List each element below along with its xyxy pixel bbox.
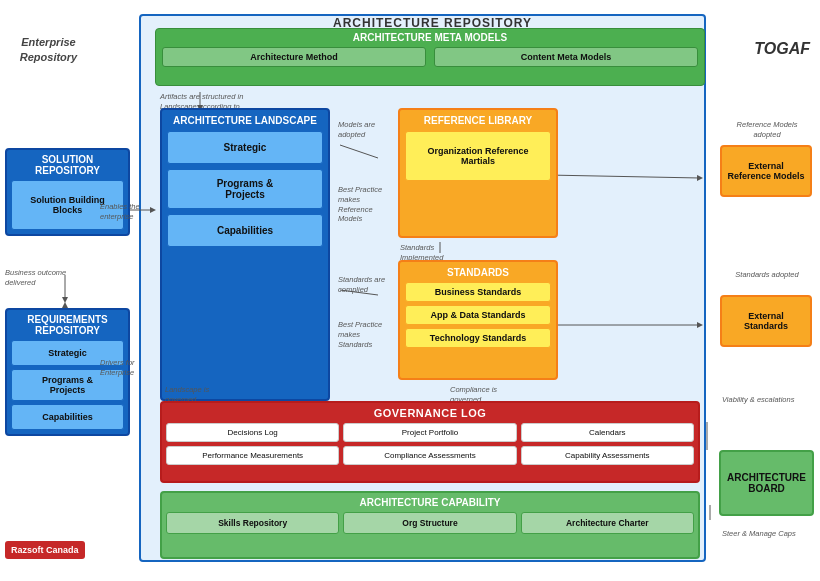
svg-line-9 xyxy=(547,175,700,178)
gov-decisions: Decisions Log xyxy=(166,423,339,442)
ext-ref-models-box: External Reference Models xyxy=(720,145,812,197)
cap-skills: Skills Repository xyxy=(166,512,339,534)
best-practice-std-annotation: Best Practice makes Standards xyxy=(338,320,390,349)
governance-grid: Decisions Log Project Portfolio Calendar… xyxy=(166,423,694,465)
arch-capability-box: Architecture Capability Skills Repositor… xyxy=(160,491,700,559)
models-adopted-annotation: Models are adopted xyxy=(338,120,393,140)
enterprise-repo-label: EnterpriseRepository xyxy=(6,35,91,66)
standards-title: Standards xyxy=(405,267,551,278)
standards-business: Business Standards xyxy=(405,282,551,302)
best-practice-ref-annotation: Best Practice makes Reference Models xyxy=(338,185,390,224)
ref-library-title: Reference Library xyxy=(405,115,551,126)
diagram-container: Architecture Repository TOGAF Enterprise… xyxy=(0,0,820,581)
gov-calendars: Calendars xyxy=(521,423,694,442)
standards-box: Standards Business Standards App & Data … xyxy=(398,260,558,380)
standards-app-data: App & Data Standards xyxy=(405,305,551,325)
req-repo-title: Requirements Repository xyxy=(11,314,124,336)
enables-annotation: Enables the enterprise xyxy=(100,202,150,222)
standards-technology: Technology Standards xyxy=(405,328,551,348)
landscape-programs: Programs &Projects xyxy=(167,169,323,209)
viability-annotation: Viability & escalations xyxy=(722,395,812,405)
arch-landscape-title: Architecture Landscape xyxy=(167,115,323,126)
capability-grid: Skills Repository Org Structure Architec… xyxy=(166,512,694,534)
business-outcome-annotation: Business outcome delivered xyxy=(5,268,85,288)
meta-models-title: Architecture Meta Models xyxy=(162,32,698,43)
steer-manage-annotation: Steer & Manage Caps xyxy=(722,529,812,539)
togaf-label: TOGAF xyxy=(754,40,810,58)
solution-repo-title: Solution Repository xyxy=(11,154,124,176)
gov-compliance: Compliance Assessments xyxy=(343,446,516,465)
gov-portfolio: Project Portfolio xyxy=(343,423,516,442)
razsoft-logo: Razsoft Canada xyxy=(5,541,85,559)
standards-complied-annotation: Standards are complied xyxy=(338,275,390,295)
req-capabilities: Capabilities xyxy=(11,404,124,430)
svg-line-2 xyxy=(340,145,378,158)
cap-org: Org Structure xyxy=(343,512,516,534)
governance-log-box: Governance Log Decisions Log Project Por… xyxy=(160,401,700,483)
solution-repo-box: Solution Repository Solution Building Bl… xyxy=(5,148,130,236)
standards-adopted-annotation: Standards adopted xyxy=(722,270,812,280)
arch-board-box: Architecture Board xyxy=(719,450,814,516)
arch-landscape-box: Architecture Landscape Strategic Program… xyxy=(160,108,330,401)
ext-standards-box: External Standards xyxy=(720,295,812,347)
landscape-capabilities: Capabilities xyxy=(167,214,323,247)
landscape-strategic: Strategic xyxy=(167,131,323,164)
meta-method-box: Architecture Method xyxy=(162,47,426,67)
gov-performance: Performance Measurements xyxy=(166,446,339,465)
meta-content-box: Content Meta Models xyxy=(434,47,698,67)
cap-charter: Architecture Charter xyxy=(521,512,694,534)
arch-capability-title: Architecture Capability xyxy=(166,497,694,508)
governance-log-title: Governance Log xyxy=(166,407,694,419)
gov-capability: Capability Assessments xyxy=(521,446,694,465)
ref-models-adopted-annotation: Reference Models adopted xyxy=(722,120,812,140)
ref-library-box: Reference Library Organization Reference… xyxy=(398,108,558,238)
ref-library-item: Organization Reference Martials xyxy=(405,131,551,181)
drivers-annotation: Drivers for Enterprise xyxy=(100,358,150,378)
meta-models-box: Architecture Meta Models Architecture Me… xyxy=(155,28,705,86)
